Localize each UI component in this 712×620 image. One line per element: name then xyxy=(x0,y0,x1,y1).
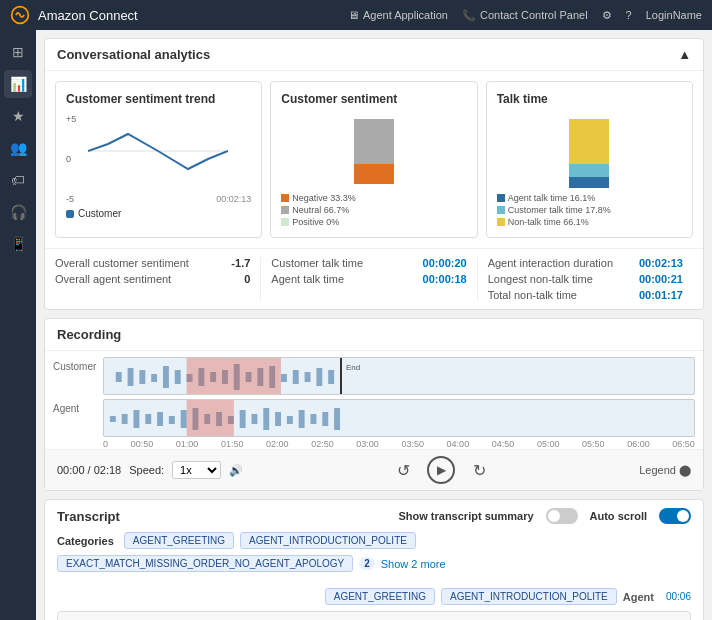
overall-agent-value: 0 xyxy=(244,273,250,285)
svg-rect-7 xyxy=(116,372,122,382)
show-more-link[interactable]: Show 2 more xyxy=(381,558,446,570)
svg-rect-32 xyxy=(145,414,151,424)
svg-rect-35 xyxy=(181,410,187,428)
timeline-400: 04:00 xyxy=(447,439,470,449)
longest-nontalk-row: Longest non-talk time 00:00:21 xyxy=(488,273,683,285)
user-menu[interactable]: LoginName xyxy=(646,9,702,21)
agent-talk-label: Agent talk time 16.1% xyxy=(508,193,596,203)
customer-talk-dot xyxy=(497,206,505,214)
phone-icon: 📞 xyxy=(462,9,476,22)
svg-rect-33 xyxy=(157,412,163,426)
tag-intro-polite[interactable]: AGENT_INTRODUCTION_POLITE xyxy=(240,532,416,549)
timeline-200: 02:00 xyxy=(266,439,289,449)
recording-title: Recording xyxy=(57,327,121,342)
negative-dot xyxy=(281,194,289,202)
rewind-button[interactable]: ↺ xyxy=(391,458,415,482)
customer-track-label: Customer xyxy=(53,357,103,395)
stats-bar: Overall customer sentiment -1.7 Overall … xyxy=(45,248,703,309)
customer-legend-label: Customer xyxy=(78,208,121,219)
svg-rect-42 xyxy=(263,408,269,430)
svg-rect-48 xyxy=(334,408,340,430)
neutral-dot xyxy=(281,206,289,214)
chart-y-labels: +5 0 -5 xyxy=(66,114,76,204)
forward-button[interactable]: ↻ xyxy=(467,458,491,482)
app-title: Amazon Connect xyxy=(38,8,138,23)
interaction-stats: Agent interaction duration 00:02:13 Long… xyxy=(488,257,693,301)
agent-waveform-svg xyxy=(104,400,694,437)
autoscroll-label: Auto scroll xyxy=(590,510,647,522)
svg-rect-41 xyxy=(252,414,258,424)
svg-rect-30 xyxy=(122,414,128,424)
svg-rect-12 xyxy=(175,370,181,384)
sidebar-tag-icon[interactable]: 🏷 xyxy=(4,166,32,194)
msg-time: 00:06 xyxy=(666,591,691,602)
y-label-top: +5 xyxy=(66,114,76,124)
agent-track: Agent xyxy=(53,399,695,437)
msg-tag-intro[interactable]: AGENT_INTRODUCTION_POLITE xyxy=(441,588,617,605)
timeline-350: 03:50 xyxy=(401,439,424,449)
tag-exact-match[interactable]: EXACT_MATCH_MISSING_ORDER_NO_AGENT_APOLO… xyxy=(57,555,353,572)
agent-talk-row: Agent talk time 00:00:18 xyxy=(271,273,466,285)
message-bubble: Hello, this is John, thank you for calli… xyxy=(57,611,691,620)
play-button[interactable]: ▶ xyxy=(427,456,455,484)
sidebar-phone-icon[interactable]: 📱 xyxy=(4,230,32,258)
analytics-section: Conversational analytics ▲ Customer sent… xyxy=(44,38,704,310)
categories-bar: Categories AGENT_GREETING AGENT_INTRODUC… xyxy=(45,532,703,580)
msg-tag-greeting[interactable]: AGENT_GREETING xyxy=(325,588,435,605)
agent-interaction-label: Agent interaction duration xyxy=(488,257,613,269)
main-layout: ⊞ 📊 ★ 👥 🏷 🎧 📱 Conversational analytics ▲… xyxy=(0,30,712,620)
svg-rect-44 xyxy=(287,416,293,424)
volume-icon[interactable]: 🔊 xyxy=(229,464,243,477)
timeline-250: 02:50 xyxy=(311,439,334,449)
svg-rect-3 xyxy=(354,164,394,184)
agent-interaction-row: Agent interaction duration 00:02:13 xyxy=(488,257,683,269)
analytics-grid: Customer sentiment trend +5 0 -5 00:02 xyxy=(45,71,703,248)
collapse-icon[interactable]: ▲ xyxy=(678,47,691,62)
legend-icon[interactable]: ⬤ xyxy=(679,464,691,476)
svg-rect-43 xyxy=(275,412,281,426)
total-nontalk-label: Total non-talk time xyxy=(488,289,577,301)
agent-interaction-value: 00:02:13 xyxy=(639,257,683,269)
transcript-header-right: Show transcript summary Auto scroll xyxy=(398,508,691,524)
customer-sentiment-title: Customer sentiment xyxy=(281,92,466,106)
amazon-connect-logo-icon xyxy=(10,5,30,25)
summary-toggle[interactable] xyxy=(546,508,578,524)
longest-nontalk-value: 00:00:21 xyxy=(639,273,683,285)
agent-app-link[interactable]: 🖥 Agent Application xyxy=(348,9,448,21)
analytics-title: Conversational analytics xyxy=(57,47,210,62)
talk-legend: Agent talk time 16.1% Customer talk time… xyxy=(497,193,682,227)
sidebar-headphones-icon[interactable]: 🎧 xyxy=(4,198,32,226)
sidebar-chart-icon[interactable]: 📊 xyxy=(4,70,32,98)
help-icon[interactable]: ? xyxy=(626,9,632,21)
timeline-450: 04:50 xyxy=(492,439,515,449)
screen-icon: 🖥 xyxy=(348,9,359,21)
playback-right: Legend ⬤ xyxy=(639,464,691,477)
message-tags-row: AGENT_GREETING AGENT_INTRODUCTION_POLITE… xyxy=(57,588,691,605)
overall-agent-label: Overall agent sentiment xyxy=(55,273,171,285)
sidebar-people-icon[interactable]: 👥 xyxy=(4,134,32,162)
speed-select[interactable]: 1x 1.5x 2x xyxy=(172,461,221,479)
nontalk-label: Non-talk time 66.1% xyxy=(508,217,589,227)
transcript-section: Transcript Show transcript summary Auto … xyxy=(44,499,704,620)
timeline-100: 01:00 xyxy=(176,439,199,449)
svg-rect-5 xyxy=(569,164,609,177)
talk-time-card: Talk time Agent talk time 16.1% xyxy=(486,81,693,238)
contact-panel-link[interactable]: 📞 Contact Control Panel xyxy=(462,9,588,22)
settings-icon[interactable]: ⚙ xyxy=(602,9,612,22)
customer-legend-dot xyxy=(66,210,74,218)
x-label: 00:02:13 xyxy=(216,194,251,204)
svg-rect-45 xyxy=(299,410,305,428)
autoscroll-toggle[interactable] xyxy=(659,508,691,524)
customer-waveform-svg: End xyxy=(104,358,694,395)
svg-rect-9 xyxy=(139,370,145,384)
sidebar-grid-icon[interactable]: ⊞ xyxy=(4,38,32,66)
sidebar-star-icon[interactable]: ★ xyxy=(4,102,32,130)
svg-rect-31 xyxy=(134,410,140,428)
tag-agent-greeting[interactable]: AGENT_GREETING xyxy=(124,532,234,549)
customer-sentiment-chart xyxy=(339,114,409,189)
svg-rect-11 xyxy=(163,366,169,388)
svg-rect-10 xyxy=(151,374,157,382)
navbar: Amazon Connect 🖥 Agent Application 📞 Con… xyxy=(0,0,712,30)
agent-waveform xyxy=(103,399,695,437)
recording-header: Recording xyxy=(45,319,703,351)
